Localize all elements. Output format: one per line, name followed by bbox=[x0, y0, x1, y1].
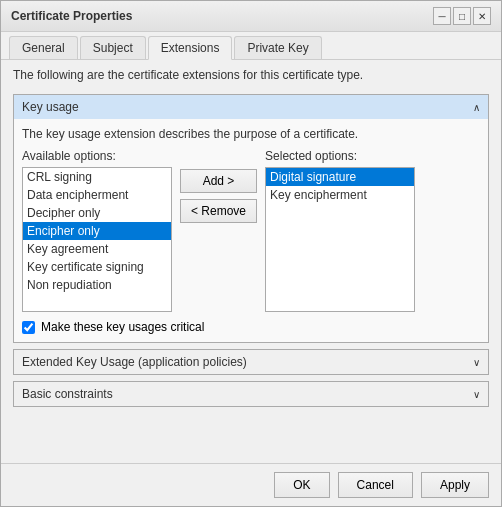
remove-button[interactable]: < Remove bbox=[180, 199, 257, 223]
selected-options-container: Selected options: Digital signature Key … bbox=[265, 149, 415, 312]
key-usage-title: Key usage bbox=[22, 100, 79, 114]
ok-button[interactable]: OK bbox=[274, 472, 329, 498]
critical-checkbox-row: Make these key usages critical bbox=[22, 320, 480, 334]
title-bar-controls: ─ □ ✕ bbox=[433, 7, 491, 25]
tab-subject[interactable]: Subject bbox=[80, 36, 146, 59]
extended-key-usage-chevron-icon: ∨ bbox=[473, 357, 480, 368]
key-usage-chevron-icon: ∧ bbox=[473, 102, 480, 113]
key-usage-body: Available options: CRL signing Data enci… bbox=[22, 149, 480, 312]
minimize-button[interactable]: ─ bbox=[433, 7, 451, 25]
cancel-button[interactable]: Cancel bbox=[338, 472, 413, 498]
key-usage-header[interactable]: Key usage ∧ bbox=[14, 95, 488, 119]
window-title: Certificate Properties bbox=[11, 9, 132, 23]
tab-private-key[interactable]: Private Key bbox=[234, 36, 321, 59]
basic-constraints-chevron-icon: ∨ bbox=[473, 389, 480, 400]
extended-key-usage-header[interactable]: Extended Key Usage (application policies… bbox=[14, 350, 488, 374]
basic-constraints-title: Basic constraints bbox=[22, 387, 113, 401]
key-usage-content: The key usage extension describes the pu… bbox=[14, 119, 488, 342]
available-options-container: Available options: CRL signing Data enci… bbox=[22, 149, 172, 312]
basic-constraints-section: Basic constraints ∨ bbox=[13, 381, 489, 407]
key-usage-description: The key usage extension describes the pu… bbox=[22, 127, 480, 141]
list-item[interactable]: Non repudiation bbox=[23, 276, 171, 294]
selected-item-key-enc[interactable]: Key encipherment bbox=[266, 186, 414, 204]
list-item[interactable]: CRL signing bbox=[23, 168, 171, 186]
list-item[interactable]: Data encipherment bbox=[23, 186, 171, 204]
list-item[interactable]: Key agreement bbox=[23, 240, 171, 258]
certificate-properties-window: Certificate Properties ─ □ ✕ General Sub… bbox=[0, 0, 502, 507]
list-item-selected[interactable]: Encipher only bbox=[23, 222, 171, 240]
available-label: Available options: bbox=[22, 149, 172, 163]
tab-general[interactable]: General bbox=[9, 36, 78, 59]
scroll-area[interactable]: Key usage ∧ The key usage extension desc… bbox=[1, 90, 501, 463]
tab-bar: General Subject Extensions Private Key bbox=[1, 32, 501, 60]
extended-key-usage-section: Extended Key Usage (application policies… bbox=[13, 349, 489, 375]
key-usage-section: Key usage ∧ The key usage extension desc… bbox=[13, 94, 489, 343]
apply-button[interactable]: Apply bbox=[421, 472, 489, 498]
critical-checkbox[interactable] bbox=[22, 321, 35, 334]
title-bar: Certificate Properties ─ □ ✕ bbox=[1, 1, 501, 32]
list-item[interactable]: Decipher only bbox=[23, 204, 171, 222]
maximize-button[interactable]: □ bbox=[453, 7, 471, 25]
footer: OK Cancel Apply bbox=[1, 463, 501, 506]
extended-key-usage-title: Extended Key Usage (application policies… bbox=[22, 355, 247, 369]
selected-label: Selected options: bbox=[265, 149, 415, 163]
available-options-listbox[interactable]: CRL signing Data encipherment Decipher o… bbox=[22, 167, 172, 312]
page-description: The following are the certificate extens… bbox=[1, 60, 501, 90]
selected-item-digital-sig[interactable]: Digital signature bbox=[266, 168, 414, 186]
tab-extensions[interactable]: Extensions bbox=[148, 36, 233, 60]
selected-options-listbox[interactable]: Digital signature Key encipherment bbox=[265, 167, 415, 312]
critical-checkbox-label: Make these key usages critical bbox=[41, 320, 204, 334]
list-item[interactable]: Key certificate signing bbox=[23, 258, 171, 276]
content-area: The following are the certificate extens… bbox=[1, 60, 501, 463]
add-remove-buttons: Add > < Remove bbox=[180, 149, 257, 223]
close-button[interactable]: ✕ bbox=[473, 7, 491, 25]
basic-constraints-header[interactable]: Basic constraints ∨ bbox=[14, 382, 488, 406]
add-button[interactable]: Add > bbox=[180, 169, 257, 193]
